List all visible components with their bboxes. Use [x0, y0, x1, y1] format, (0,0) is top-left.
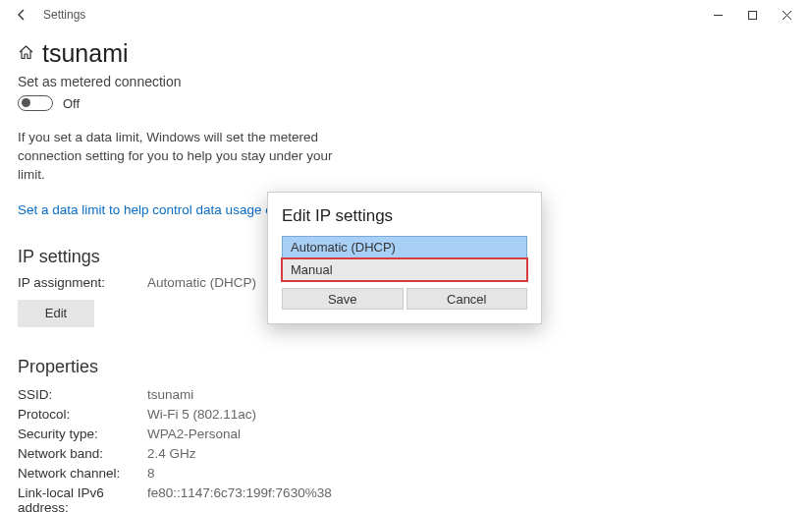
maximize-button[interactable] [735, 1, 770, 28]
svg-rect-1 [749, 11, 757, 19]
metered-connection-label: Set as metered connection [18, 74, 794, 89]
property-value: 2.4 GHz [147, 446, 196, 461]
window-title: Settings [43, 8, 85, 22]
network-header: tsunami [18, 39, 794, 68]
property-value: tsunami [147, 387, 193, 402]
ip-option-automatic[interactable]: Automatic (DHCP) [282, 236, 527, 258]
property-row: Security type:WPA2-Personal [18, 427, 794, 441]
property-value: fe80::1147:6c73:199f:7630%38 [147, 485, 332, 512]
minimize-icon [713, 10, 724, 21]
properties-heading: Properties [18, 357, 794, 377]
property-label: Security type: [18, 427, 147, 441]
metered-help-text: If you set a data limit, Windows will se… [18, 129, 352, 185]
property-row: Network channel:8 [18, 466, 794, 481]
dialog-button-row: Save Cancel [282, 288, 527, 310]
metered-toggle[interactable] [18, 95, 53, 111]
save-button[interactable]: Save [282, 288, 404, 310]
minimize-button[interactable] [701, 1, 735, 28]
ip-assignment-value: Automatic (DHCP) [147, 275, 256, 290]
ip-option-manual[interactable]: Manual [282, 258, 527, 281]
property-label: SSID: [18, 387, 147, 402]
edit-ip-button[interactable]: Edit [18, 300, 94, 327]
dialog-title: Edit IP settings [282, 206, 527, 226]
property-row: Network band:2.4 GHz [18, 446, 794, 461]
network-name: tsunami [42, 39, 129, 68]
arrow-left-icon [15, 8, 28, 22]
property-label: Network band: [18, 446, 147, 461]
property-row: Link-local IPv6 address:fe80::1147:6c73:… [18, 485, 794, 512]
window-controls [701, 1, 804, 28]
ip-assignment-label: IP assignment: [18, 275, 147, 290]
close-icon [782, 10, 792, 21]
properties-list: SSID:tsunamiProtocol:Wi-Fi 5 (802.11ac)S… [18, 387, 794, 512]
back-button[interactable] [8, 1, 35, 28]
property-label: Link-local IPv6 address: [18, 485, 147, 512]
close-button[interactable] [770, 1, 804, 28]
toggle-knob [22, 98, 30, 107]
property-row: Protocol:Wi-Fi 5 (802.11ac) [18, 407, 794, 422]
property-row: SSID:tsunami [18, 387, 794, 402]
metered-toggle-row: Off [18, 95, 794, 111]
titlebar: Settings [0, 0, 812, 29]
property-value: 8 [147, 466, 155, 481]
property-value: Wi-Fi 5 (802.11ac) [147, 407, 256, 422]
home-icon[interactable] [18, 44, 34, 64]
maximize-icon [747, 10, 758, 21]
toggle-state-label: Off [63, 96, 80, 111]
property-value: WPA2-Personal [147, 427, 241, 441]
property-label: Network channel: [18, 466, 147, 481]
property-label: Protocol: [18, 407, 147, 422]
edit-ip-dialog: Edit IP settings Automatic (DHCP) Manual… [267, 192, 542, 324]
cancel-button[interactable]: Cancel [406, 288, 528, 310]
